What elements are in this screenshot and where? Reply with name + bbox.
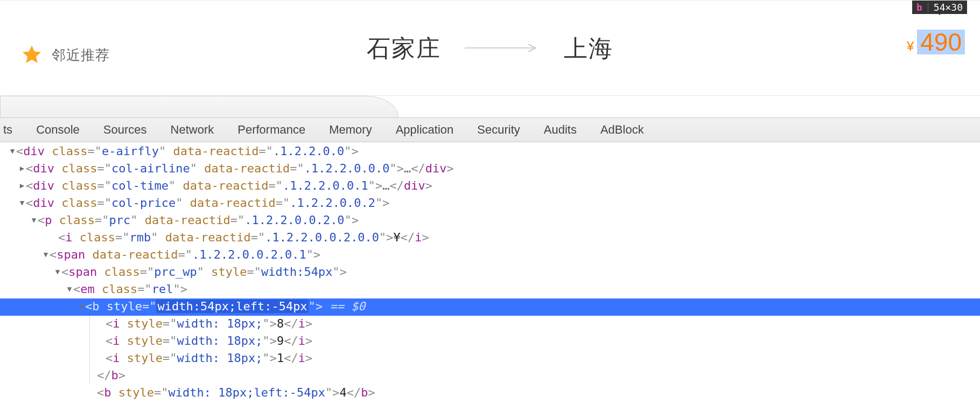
dom-line[interactable]: ·</b> [0,367,980,385]
devtools-active-tab-curve [0,96,398,117]
arrow-icon [465,43,540,55]
tooltip-dimensions: 54×30 [934,2,963,13]
dom-line[interactable]: ·<i style="width: 18px;">8</i> [0,316,980,333]
dom-line[interactable]: ·<i class="rmb" data-reactid=".1.2.2.0.0… [0,230,980,247]
destination-city: 上海 [564,33,613,65]
tab-elements-cut[interactable]: ts [0,123,24,137]
tab-performance[interactable]: Performance [226,123,317,137]
dom-line[interactable]: <span class="prc_wp" style="width:54px"> [0,264,980,281]
elements-tree[interactable]: <div class="e-airfly" data-reactid=".1.2… [0,142,980,403]
dom-line[interactable]: <div class="col-price" data-reactid=".1.… [0,195,980,212]
route-block: 石家庄 上海 [0,33,980,65]
devtools-tabs: ts Console Sources Network Performance M… [0,117,980,142]
dom-line[interactable]: <p class="prc" data-reactid=".1.2.2.0.0.… [0,212,980,230]
price-value: 490 [917,30,965,54]
dom-line[interactable]: ·<i style="width: 18px;">1</i> [0,350,980,367]
flight-row: b 54×30 邻近推荐 石家庄 上海 ¥ 490 [0,0,980,96]
tab-security[interactable]: Security [465,123,531,137]
tab-audits[interactable]: Audits [532,123,589,137]
dom-line[interactable]: <em class="rel"> [0,281,980,298]
devtools-panel: ts Console Sources Network Performance M… [0,96,980,403]
tab-sources[interactable]: Sources [92,123,159,137]
tab-adblock[interactable]: AdBlock [589,123,656,137]
tab-memory[interactable]: Memory [317,123,383,137]
tooltip-tagname: b [916,2,922,13]
dom-line[interactable]: <div class="col-time" data-reactid=".1.2… [0,178,980,195]
dom-line[interactable]: <div class="e-airfly" data-reactid=".1.2… [0,143,980,161]
tooltip-separator [928,3,928,12]
dom-line[interactable]: ·<i style="width: 18px;">9</i> [0,333,980,350]
price-block: ¥ 490 [907,30,965,54]
tab-network[interactable]: Network [159,123,226,137]
dom-line[interactable]: <span data-reactid=".1.2.2.0.0.2.0.1"> [0,247,980,264]
tab-application[interactable]: Application [384,123,466,137]
element-dimensions-tooltip: b 54×30 [912,1,967,14]
dom-line[interactable]: <div class="col-airline" data-reactid=".… [0,161,980,178]
origin-city: 石家庄 [367,33,441,65]
dom-line[interactable]: <b style="width:54px;left:-54px"> == $0 [0,298,980,316]
tab-console[interactable]: Console [24,123,92,137]
currency-symbol: ¥ [907,39,914,54]
dom-line[interactable]: ·<b style="width: 18px;left:-54px">4</b> [0,385,980,402]
